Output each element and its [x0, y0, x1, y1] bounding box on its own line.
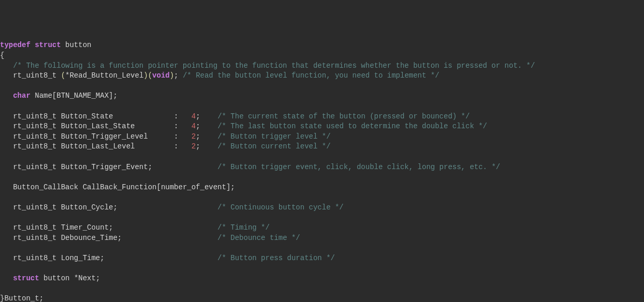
semicolon: ; — [196, 132, 200, 141]
type: rt_uint8_t — [13, 142, 56, 150]
func-pointer-name: Read_Button_Level — [69, 71, 143, 80]
macro: number_of_event — [161, 183, 226, 191]
code-line-8: rt_uint8_t Button_State : 4; /* The curr… — [0, 112, 470, 120]
var-name: Long_Time — [61, 254, 100, 262]
var-name: Button_Last_State — [61, 122, 135, 130]
code-line-17: rt_uint8_t Button_Cycle; /* Continuous b… — [0, 203, 344, 212]
semicolon: ; — [196, 112, 200, 120]
comment: /* Button trigger event, click, double c… — [217, 163, 500, 171]
var-name: Button_Cycle — [61, 203, 113, 212]
var-name: Button_Last_Level — [61, 142, 135, 150]
semicolon: ; — [109, 223, 113, 232]
comment: /* The following is a function pointer p… — [13, 62, 535, 70]
semicolon: ; — [96, 274, 100, 282]
comment: /* The last button state used to determi… — [217, 122, 487, 130]
paren: ( — [148, 71, 152, 80]
struct-name: button — [65, 41, 91, 49]
typedef-name: Button_t — [4, 294, 39, 302]
type: rt_uint8_t — [13, 122, 56, 130]
semicolon: ; — [174, 71, 178, 80]
comment: /* Button trigger level */ — [217, 132, 330, 141]
semicolon: ; — [230, 183, 235, 191]
code-line-22: rt_uint8_t Long_Time; /* Button press du… — [0, 254, 335, 262]
code-line-6: char Name[BTN_NAME_MAX]; — [0, 92, 118, 100]
var-name: Next — [78, 274, 96, 282]
code-line-3: /* The following is a function pointer p… — [0, 62, 535, 70]
semicolon: ; — [100, 254, 104, 262]
var-name: Button_Trigger_Event — [61, 163, 148, 171]
var-name: Button_State — [61, 112, 113, 120]
code-line-10: rt_uint8_t Button_Trigger_Level : 2; /* … — [0, 132, 331, 141]
comment: /* Button press duration */ — [217, 254, 335, 262]
keyword-void: void — [152, 71, 170, 80]
comment: /* Button current level */ — [217, 142, 330, 150]
code-line-20: rt_uint8_t Debounce_Time; /* Debounce ti… — [0, 234, 300, 242]
brace-open: { — [0, 51, 4, 59]
code-editor[interactable]: typedef struct button { /* The following… — [0, 40, 644, 302]
paren: ( — [61, 71, 65, 80]
semicolon: ; — [113, 92, 117, 100]
var-name: CallBack_Function — [83, 183, 157, 191]
number: 4 — [192, 122, 196, 130]
code-line-15: Button_CallBack CallBack_Function[number… — [0, 183, 235, 191]
code-line-26: }Button_t; — [0, 294, 43, 302]
semicolon: ; — [39, 294, 43, 302]
semicolon: ; — [118, 234, 122, 242]
comment: /* The current state of the button (pres… — [217, 112, 470, 120]
semicolon: ; — [113, 203, 117, 212]
type: Button_CallBack — [13, 183, 78, 191]
type: rt_uint8_t — [13, 71, 56, 80]
code-line-1: typedef struct button — [0, 41, 91, 49]
bracket: [ — [52, 92, 56, 100]
semicolon: ; — [196, 122, 200, 130]
comment: /* Continuous button cycle */ — [217, 203, 344, 212]
type: rt_uint8_t — [13, 132, 56, 141]
colon: : — [174, 142, 178, 150]
colon: : — [174, 112, 178, 120]
type: rt_uint8_t — [13, 112, 56, 120]
code-line-24: struct button *Next; — [0, 274, 100, 282]
code-line-4: rt_uint8_t (*Read_Button_Level)(void); /… — [0, 71, 440, 80]
type: rt_uint8_t — [13, 234, 56, 242]
paren: ) — [170, 71, 174, 80]
keyword-struct: struct — [13, 274, 39, 282]
type: rt_uint8_t — [13, 163, 56, 171]
semicolon: ; — [196, 142, 200, 150]
colon: : — [174, 122, 178, 130]
code-line-9: rt_uint8_t Button_Last_State : 4; /* The… — [0, 122, 487, 130]
code-line-19: rt_uint8_t Timer_Count; /* Timing */ — [0, 223, 270, 232]
var-name: Debounce_Time — [61, 234, 118, 242]
macro: BTN_NAME_MAX — [56, 92, 109, 100]
code-line-13: rt_uint8_t Button_Trigger_Event; /* Butt… — [0, 163, 500, 171]
colon: : — [174, 132, 178, 141]
var-name: Button_Trigger_Level — [61, 132, 148, 141]
keyword-char: char — [13, 92, 31, 100]
type: rt_uint8_t — [13, 254, 56, 262]
var-name: Timer_Count — [61, 223, 109, 232]
bracket: [ — [156, 183, 160, 191]
paren: ) — [143, 71, 148, 80]
semicolon: ; — [148, 163, 152, 171]
number: 2 — [192, 132, 196, 141]
var-name: Name — [35, 92, 52, 100]
type: button — [43, 274, 69, 282]
keyword-typedef: typedef — [0, 41, 31, 49]
comment: /* Read the button level function, you n… — [183, 71, 440, 80]
comment: /* Timing */ — [217, 223, 270, 232]
type: rt_uint8_t — [13, 203, 56, 212]
type: rt_uint8_t — [13, 223, 56, 232]
code-line-11: rt_uint8_t Button_Last_Level : 2; /* But… — [0, 142, 331, 150]
number: 4 — [192, 112, 196, 120]
number: 2 — [192, 142, 196, 150]
code-line-2: { — [0, 51, 4, 59]
keyword-struct: struct — [35, 41, 61, 49]
comment: /* Debounce time */ — [217, 234, 300, 242]
